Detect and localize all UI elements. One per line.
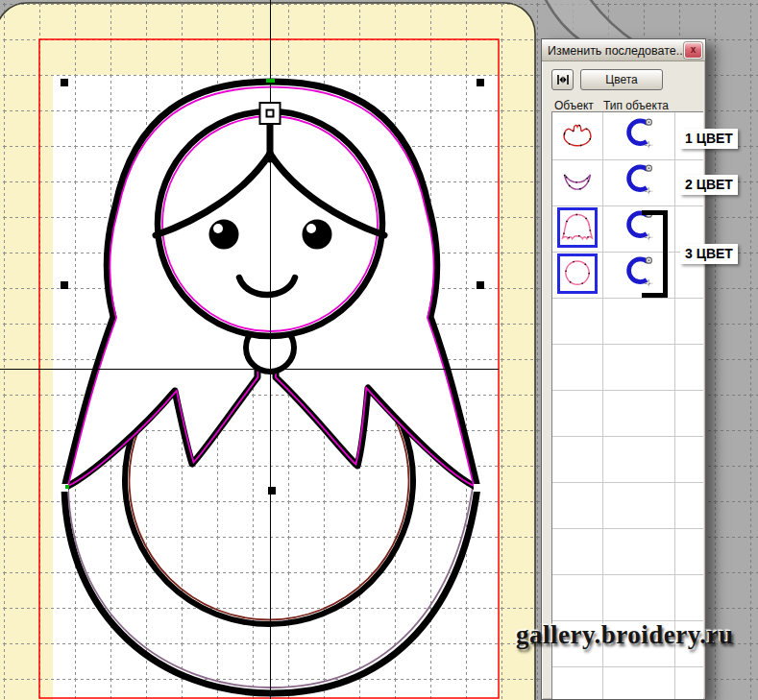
color-label-2: 2 ЦВЕТ bbox=[680, 175, 738, 195]
object-thumbnail-kerchief[interactable] bbox=[557, 207, 598, 248]
right-eye bbox=[303, 220, 332, 250]
stitch-type-icon[interactable] bbox=[622, 160, 656, 203]
column-divider bbox=[602, 112, 603, 699]
object-sequence-list[interactable] bbox=[551, 111, 703, 699]
start-point-marker bbox=[266, 79, 275, 83]
expand-collapse-icon bbox=[555, 72, 571, 87]
color-group-bracket bbox=[642, 210, 668, 298]
handle-top-right bbox=[477, 79, 484, 86]
column-header-object: Объект bbox=[554, 99, 594, 112]
left-eye bbox=[209, 220, 239, 250]
object-thumbnail-crescent[interactable] bbox=[558, 163, 597, 200]
stitch-type-icon[interactable] bbox=[622, 114, 656, 157]
close-icon[interactable]: x bbox=[684, 42, 702, 59]
handle-bottom-right bbox=[474, 484, 481, 492]
handle-bottom-center bbox=[268, 487, 276, 495]
expand-collapse-button[interactable] bbox=[551, 69, 574, 90]
handle-top-left bbox=[61, 79, 68, 86]
object-thumbnail-circle[interactable] bbox=[557, 253, 598, 294]
column-divider bbox=[674, 112, 675, 699]
right-eye-highlight bbox=[306, 224, 316, 233]
column-header-type: Тип объекта bbox=[603, 99, 669, 112]
panel-toolbar: Цвета bbox=[542, 61, 705, 90]
watermark-text: gallery.broidery.ru bbox=[516, 620, 734, 650]
app-stage: Изменить последовате... x Цвета Объект Т… bbox=[0, 0, 758, 700]
handle-mid-right bbox=[477, 281, 484, 289]
tip-start-marker bbox=[65, 485, 69, 489]
color-label-1: 1 ЦВЕТ bbox=[680, 129, 738, 149]
panel-titlebar[interactable]: Изменить последовате... x bbox=[542, 39, 705, 61]
list-column-headers: Объект Тип объекта bbox=[542, 90, 705, 112]
handle-mid-left bbox=[61, 281, 68, 289]
panel-title: Изменить последовате... bbox=[548, 44, 684, 58]
colors-button[interactable]: Цвета bbox=[580, 69, 663, 90]
color-label-3: 3 ЦВЕТ bbox=[680, 244, 738, 264]
object-thumbnail-body-outline[interactable] bbox=[558, 117, 597, 154]
rotate-handle bbox=[260, 103, 281, 124]
left-eye-highlight bbox=[213, 224, 223, 233]
